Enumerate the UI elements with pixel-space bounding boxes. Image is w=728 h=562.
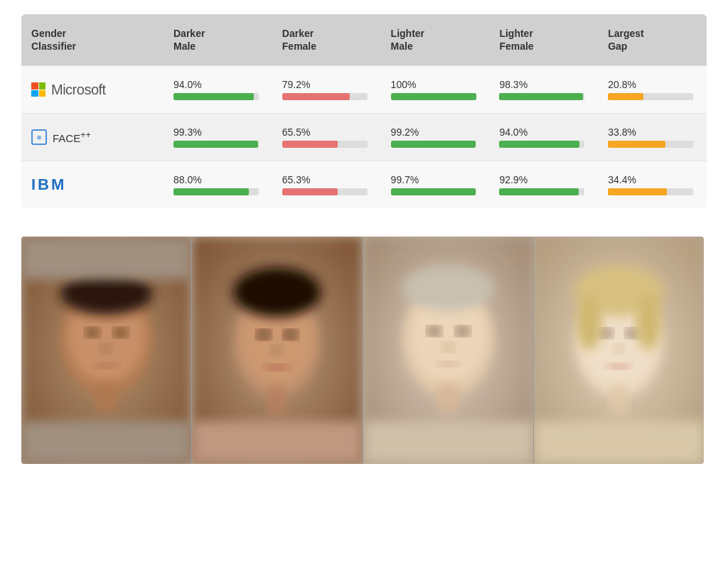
svg-point-24	[442, 343, 454, 352]
ibm-darker-female-bar	[282, 188, 368, 195]
microsoft-lighter-male: 100%	[381, 73, 490, 106]
microsoft-darker-male-value: 94.0%	[173, 79, 262, 90]
ibm-darker-female: 65.3%	[272, 168, 381, 201]
ibm-darker-male-bar	[173, 188, 259, 195]
facepp-darker-male-value: 99.3%	[173, 126, 262, 138]
svg-point-37	[636, 294, 661, 351]
face-darker-male-graphic	[21, 237, 191, 464]
col-header-darker-male: DarkerMale	[164, 21, 272, 58]
svg-point-33	[614, 345, 623, 353]
facepp-largest-gap: 33.8%	[598, 121, 707, 153]
brand-microsoft: Microsoft	[21, 76, 164, 104]
facepp-lighter-male-bar	[391, 141, 476, 148]
table-row-facepp: ⊞ FACE++ 99.3% 65.5% 99.2% 94.0%	[21, 113, 707, 161]
svg-rect-9	[21, 421, 191, 464]
facepp-lighter-female-value: 94.0%	[499, 126, 588, 138]
svg-point-13	[257, 330, 270, 339]
ibm-largest-gap-value: 34.4%	[608, 174, 697, 185]
ibm-lighter-male: 99.7%	[381, 168, 490, 201]
ibm-darker-male-value: 88.0%	[173, 174, 262, 185]
microsoft-lighter-male-value: 100%	[391, 79, 480, 90]
ibm-label: IBM	[31, 175, 66, 194]
microsoft-lighter-female: 98.3%	[489, 73, 598, 106]
facepp-lighter-female-bar	[499, 141, 584, 148]
ibm-darker-female-value: 65.3%	[282, 174, 371, 185]
microsoft-darker-female: 79.2%	[272, 73, 381, 106]
col-header-darker-female: DarkerFemale	[272, 21, 381, 58]
table-header: GenderClassifier DarkerMale DarkerFemale…	[21, 14, 707, 65]
microsoft-lighter-female-bar	[499, 93, 584, 100]
ibm-darker-male: 88.0%	[164, 168, 272, 201]
facepp-darker-male: 99.3%	[164, 121, 272, 153]
col-header-largest-gap: LargestGap	[598, 21, 707, 58]
svg-rect-27	[363, 421, 533, 464]
col-header-classifier: GenderClassifier	[21, 21, 164, 58]
brand-facepp: ⊞ FACE++	[21, 124, 164, 151]
facepp-largest-gap-value: 33.8%	[608, 126, 697, 138]
microsoft-darker-male: 94.0%	[164, 73, 272, 106]
ibm-lighter-male-bar	[391, 188, 476, 195]
ibm-lighter-male-value: 99.7%	[391, 174, 480, 185]
face-darker-female-graphic	[192, 237, 362, 464]
facepp-darker-female-value: 65.5%	[282, 126, 371, 138]
facepp-lighter-female: 94.0%	[489, 121, 598, 153]
microsoft-label: Microsoft	[51, 82, 106, 98]
ibm-largest-gap: 34.4%	[598, 168, 707, 201]
microsoft-lighter-female-value: 98.3%	[499, 79, 588, 90]
svg-rect-18	[192, 421, 362, 464]
svg-point-17	[233, 268, 321, 318]
facepp-lighter-male: 99.2%	[381, 121, 490, 153]
facepp-darker-female-bar	[282, 141, 368, 148]
facepp-darker-female: 65.5%	[272, 121, 381, 153]
microsoft-darker-female-bar	[282, 93, 368, 100]
ibm-largest-gap-bar	[608, 188, 693, 195]
microsoft-darker-male-bar	[173, 93, 259, 100]
face-lighter-male	[363, 237, 533, 464]
ibm-lighter-female-bar	[499, 188, 584, 195]
face-lighter-female	[533, 237, 704, 464]
svg-point-3	[86, 328, 99, 337]
facepp-label: FACE++	[53, 130, 91, 144]
comparison-table: GenderClassifier DarkerMale DarkerFemale…	[21, 14, 707, 208]
facepp-lighter-male-value: 99.2%	[391, 126, 480, 138]
svg-point-15	[272, 346, 283, 355]
faces-grid	[21, 237, 704, 464]
face-darker-male	[21, 237, 191, 464]
microsoft-largest-gap: 20.8%	[598, 73, 707, 106]
svg-rect-6	[96, 382, 117, 411]
facepp-darker-male-bar	[173, 141, 259, 148]
svg-rect-25	[437, 384, 459, 412]
face-lighter-female-graphic	[534, 237, 704, 464]
svg-point-14	[284, 330, 297, 339]
svg-point-5	[101, 345, 112, 353]
face-lighter-male-graphic	[363, 237, 533, 464]
table-row-ibm: IBM 88.0% 65.3% 99.7% 92.9%	[21, 161, 707, 208]
facepp-logo-icon: ⊞	[31, 129, 47, 145]
face-darker-female	[191, 237, 362, 464]
svg-rect-38	[534, 421, 704, 464]
svg-rect-34	[610, 386, 627, 414]
svg-rect-8	[21, 237, 191, 280]
svg-rect-16	[269, 386, 286, 414]
ibm-lighter-female: 92.9%	[489, 168, 598, 201]
microsoft-largest-gap-value: 20.8%	[608, 79, 697, 90]
svg-point-26	[402, 266, 494, 311]
microsoft-largest-gap-bar	[608, 93, 693, 100]
svg-point-23	[456, 327, 469, 335]
svg-point-4	[114, 328, 127, 337]
facepp-largest-gap-bar	[608, 141, 693, 148]
table-row-microsoft: Microsoft 94.0% 79.2% 100% 98.3%	[21, 65, 707, 113]
ibm-lighter-female-value: 92.9%	[499, 174, 588, 185]
brand-ibm: IBM	[21, 170, 164, 200]
col-header-lighter-female: LighterFemale	[489, 21, 598, 58]
svg-point-22	[427, 327, 440, 335]
microsoft-lighter-male-bar	[391, 93, 476, 100]
svg-point-36	[577, 294, 602, 351]
col-header-lighter-male: LighterMale	[381, 21, 490, 58]
microsoft-logo-icon	[31, 82, 46, 97]
microsoft-darker-female-value: 79.2%	[282, 79, 371, 90]
